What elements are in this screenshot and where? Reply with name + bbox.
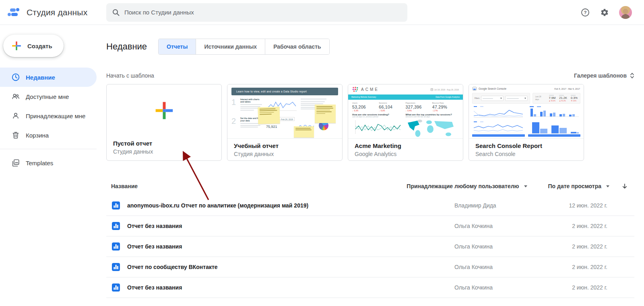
report-date: 2 июн. 2022 г. (559, 264, 607, 270)
report-owner: Ольга Кочкина (454, 264, 559, 270)
search-icon (112, 8, 120, 16)
report-icon (112, 242, 120, 251)
sidebar-item-recent[interactable]: Недавние (0, 68, 97, 87)
report-owner: Владимир Дида (454, 202, 559, 209)
tutorial-metric: 75,921 (266, 125, 295, 129)
topbar: Студия данных ? (0, 0, 644, 25)
sidebar-item-templates[interactable]: Templates (0, 153, 97, 173)
step-number: 2 (231, 117, 238, 130)
settings-gear-icon (600, 8, 609, 17)
owner-filter-dropdown[interactable]: Принадлежащие любому пользователю (407, 183, 527, 189)
report-icon (112, 263, 120, 271)
sidebar: Создать Недавние Доступные мне (0, 25, 97, 306)
tab-workspace[interactable]: Рабочая область (265, 39, 329, 54)
sidebar-item-label: Templates (26, 160, 53, 166)
report-date: 2 июн. 2022 г. (559, 223, 607, 229)
search-console-filters: Filters (472, 93, 530, 104)
sort-direction-button[interactable] (621, 183, 628, 189)
templates-icon (11, 158, 20, 167)
tab-reports[interactable]: Отчеты (159, 39, 196, 54)
acme-date-range: Jul 18, 2016 - Aug 16, 2016 (434, 88, 459, 91)
report-name: Отчет без названия (127, 243, 454, 250)
app-title: Студия данных (27, 8, 87, 17)
search-console-date-range: Feb 5, 2017 - Mar 6, 2017 (554, 88, 580, 90)
sidebar-item-label: Корзина (26, 132, 49, 139)
create-button-label: Создать (27, 43, 52, 49)
report-row[interactable]: Отчет без названия Ольга Кочкина 2 июн. … (106, 277, 634, 298)
arrow-down-icon (621, 183, 628, 189)
template-card-blank-report[interactable]: Пустой отчет Студия данных (106, 84, 222, 161)
main-content: Недавние Отчеты Источники данных Рабочая… (97, 25, 644, 306)
report-date: 2 июн. 2022 г. (559, 284, 607, 291)
trash-icon (11, 131, 20, 140)
help-icon: ? (581, 8, 590, 17)
report-name: Отчет без названия (127, 284, 454, 291)
chevron-down-icon (524, 185, 527, 187)
clock-icon (11, 73, 20, 82)
report-owner: Ольга Кочкина (454, 223, 559, 229)
table-header-strip (472, 134, 525, 137)
report-row[interactable]: Отчет без названия Ольга Кочкина 2 июн. … (106, 216, 634, 236)
card-subtitle: Google Analytics (355, 151, 456, 157)
table-header-strip (528, 134, 581, 137)
report-row[interactable]: Отчет по сообществу ВКонтакте Ольга Кочк… (106, 257, 634, 277)
report-icon (112, 222, 120, 230)
acme-metric: Bounce Rate 47.29% ↑ 2.7% (432, 102, 459, 112)
search-bar[interactable] (106, 3, 407, 22)
template-card-acme-marketing[interactable]: ACME Jul 18, 2016 - Aug 16, 2016 Marketi… (348, 84, 463, 161)
report-row[interactable]: anonymous-ibox.ru Отчет по аналитике (мо… (106, 195, 634, 216)
people-icon (11, 92, 20, 101)
report-icon (112, 283, 120, 292)
chevron-down-icon (606, 185, 609, 187)
calendar-icon (431, 88, 433, 91)
create-button[interactable]: Создать (3, 35, 64, 57)
help-button[interactable]: ? (580, 8, 590, 17)
start-with-template-label: Начать с шаблона (106, 72, 154, 79)
sticky-note (315, 105, 336, 123)
card-subtitle: Search Console (475, 151, 577, 157)
step-heading: Interact with charts and tables (240, 98, 264, 103)
search-console-brand: Google Search Console (479, 87, 506, 90)
countries-bar-chart (528, 105, 580, 119)
acme-logo-icon (352, 86, 359, 92)
sidebar-item-owned-by-me[interactable]: Принадлежащие мне (0, 106, 97, 125)
report-owner: Ольга Кочкина (454, 284, 559, 291)
sidebar-divider (0, 149, 97, 149)
sidebar-item-label: Недавние (26, 74, 55, 81)
sidebar-item-trash[interactable]: Корзина (0, 125, 97, 145)
unfold-chevrons-icon (630, 72, 634, 79)
report-date: 12 июн. 2022 г. (559, 202, 607, 209)
sidebar-item-label: Доступные мне (26, 93, 69, 100)
google-plus-icon (11, 41, 22, 51)
person-icon (11, 111, 20, 120)
sort-by-dropdown[interactable]: По дате просмотра (548, 183, 609, 189)
search-console-thumbnail: Google Search Console Feb 5, 2017 - Mar … (469, 84, 584, 139)
acme-question: How are site sessions trending? Last 30 … (352, 113, 406, 118)
card-title: Acme Marketing (355, 142, 456, 149)
user-avatar[interactable] (619, 6, 632, 19)
blank-report-plus-icon (153, 100, 175, 121)
tutorial-report-thumbnail: Learn how to view, edit and create a Dat… (227, 84, 342, 139)
app-brand: Студия данных (6, 7, 106, 18)
template-gallery-toggle[interactable]: Галерея шаблонов (574, 72, 634, 79)
template-card-search-console[interactable]: Google Search Console Feb 5, 2017 - Mar … (469, 84, 584, 161)
search-input[interactable] (124, 9, 402, 16)
sort-by-label: По дате просмотра (548, 183, 601, 189)
card-title: Search Console Report (475, 142, 577, 149)
template-card-tutorial-report[interactable]: Learn how to view, edit and create a Dat… (227, 84, 343, 161)
tutorial-banner: Learn how to view, edit and create a Dat… (231, 88, 338, 95)
acme-metric: Users 53,206 ↓ -5.3% (352, 102, 379, 112)
acme-metric: Sessions 66,104 ↓ -5.0% (379, 102, 405, 112)
sticky-note (258, 107, 280, 124)
card-title: Пустой отчет (113, 140, 215, 147)
tab-data-sources[interactable]: Источники данных (196, 39, 265, 54)
sidebar-item-shared-with-me[interactable]: Доступные мне (0, 87, 97, 106)
report-row[interactable]: Отчет без названия Ольга Кочкина 2 июн. … (106, 236, 634, 257)
acme-brand: ACME (361, 87, 379, 92)
report-date: 2 июн. 2022 г. (559, 243, 607, 250)
search-console-scorecards: Last 28 days 7.9M▲ 92.4% 21.2K▲ 91.4% 0.… (533, 93, 580, 104)
settings-button[interactable] (600, 8, 609, 17)
step-number: 1 (231, 98, 238, 113)
report-name: anonymous-ibox.ru Отчет по аналитике (мо… (127, 202, 454, 209)
acme-world-map (406, 119, 456, 138)
